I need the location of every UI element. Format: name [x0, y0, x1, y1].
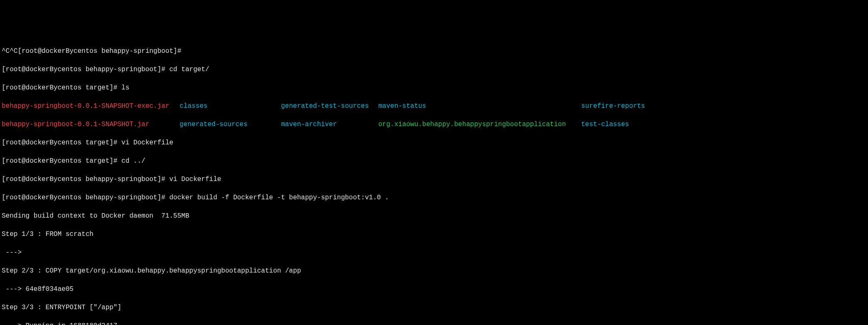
output-line: [root@dockerBycentos target]# vi Dockerf… — [2, 138, 866, 147]
terminal-output[interactable]: ^C^C[root@dockerBycentos behappy-springb… — [2, 37, 866, 325]
output-line: [root@dockerBycentos target]# cd ../ — [2, 156, 866, 166]
command-text: vi Dockerfile — [121, 139, 173, 146]
ls-row: behappy-springboot-0.0.1-SNAPSHOT-exec.j… — [2, 102, 866, 111]
output-line: Step 2/3 : COPY target/org.xiaowu.behapp… — [2, 266, 866, 275]
command-text: cd target/ — [169, 66, 209, 73]
dir-classes: classes — [180, 102, 281, 111]
shell-prompt: [root@dockerBycentos behappy-springboot]… — [2, 66, 169, 73]
output-line: [root@dockerBycentos target]# ls — [2, 83, 866, 92]
file-jar: behappy-springboot-0.0.1-SNAPSHOT.jar — [2, 120, 180, 129]
shell-prompt: [root@dockerBycentos target]# — [2, 139, 121, 146]
command-text: docker build -f Dockerfile -t behappy-sp… — [169, 194, 389, 201]
dir-mavenstatus: maven-status — [378, 102, 581, 111]
file-native: org.xiaowu.behappy.behappyspringbootappl… — [378, 120, 581, 129]
output-line: [root@dockerBycentos behappy-springboot]… — [2, 193, 866, 202]
output-line: ---> — [2, 248, 866, 257]
file-jar: behappy-springboot-0.0.1-SNAPSHOT-exec.j… — [2, 102, 180, 111]
command-text: vi Dockerfile — [169, 176, 221, 183]
output-line: [root@dockerBycentos behappy-springboot]… — [2, 65, 866, 74]
output-line: ^C^C[root@dockerBycentos behappy-springb… — [2, 47, 866, 56]
shell-prompt: [root@dockerBycentos target]# — [2, 157, 121, 165]
shell-prompt: [root@dockerBycentos behappy-springboot]… — [2, 194, 169, 201]
ls-row: behappy-springboot-0.0.1-SNAPSHOT.jargen… — [2, 120, 866, 129]
dir-testclasses: test-classes — [581, 120, 629, 129]
shell-prompt: [root@dockerBycentos behappy-springboot]… — [2, 176, 169, 183]
output-line: ---> 64e8f034ae05 — [2, 285, 866, 294]
command-text: ls — [121, 84, 129, 92]
command-text: cd ../ — [121, 157, 145, 165]
dir-mavenarch: maven-archiver — [281, 120, 378, 129]
dir-gentest: generated-test-sources — [281, 102, 378, 111]
dir-gensources: generated-sources — [180, 120, 281, 129]
dir-surefire: surefire-reports — [581, 102, 645, 111]
output-line: [root@dockerBycentos behappy-springboot]… — [2, 175, 866, 184]
output-line: Sending build context to Docker daemon 7… — [2, 211, 866, 221]
output-line: Step 3/3 : ENTRYPOINT ["/app"] — [2, 303, 866, 312]
output-line: Step 1/3 : FROM scratch — [2, 230, 866, 239]
shell-prompt: [root@dockerBycentos target]# — [2, 84, 121, 92]
output-line: ---> Running in 1688180d2417 — [2, 321, 866, 325]
